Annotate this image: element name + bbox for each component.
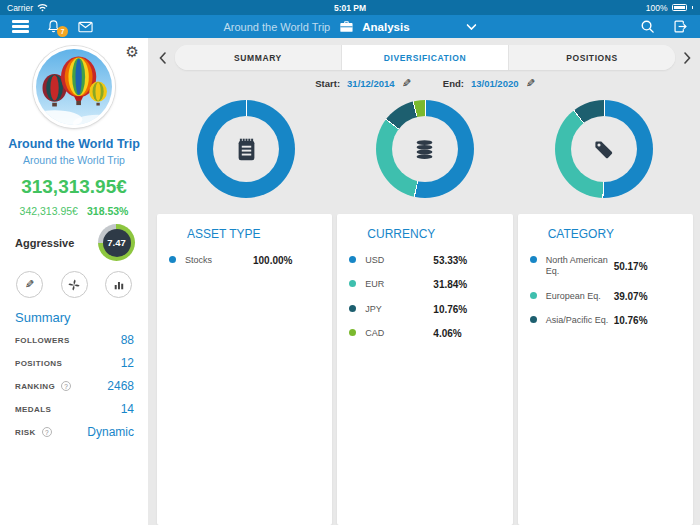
legend-bullet-icon [349,280,356,287]
card-asset-type: ASSET TYPEStocks100.00% [157,214,332,525]
portfolio-total-value: 313,313.95€ [0,176,148,198]
donut-currency [376,100,474,198]
legend-label: USD [365,255,429,266]
nav-bar: 7 Around the World Trip Analysis [0,15,700,38]
score-gauge: 7.47 [98,224,135,261]
analysis-main: SUMMARYDIVERSIFICATIONPOSITIONS Start: 3… [148,38,700,525]
portfolio-avatar[interactable] [33,46,115,128]
menu-icon[interactable] [12,20,29,33]
donut-charts-row [157,100,693,198]
legend-label: EUR [365,279,429,290]
chevron-down-icon[interactable] [467,24,477,30]
bar-chart-icon [113,279,125,291]
battery-icon [672,4,687,11]
score-value: 7.47 [103,229,131,257]
end-date-value[interactable]: 13/01/2020 [471,78,519,89]
legend-value: 50.17% [614,261,648,272]
stat-value: Dynamic [87,425,134,439]
stat-label: RANKING [15,382,55,391]
stat-value: 12 [121,356,134,370]
help-icon[interactable]: ? [42,427,52,437]
legend-bullet-icon [349,256,356,263]
battery-percent: 100% [646,3,668,13]
search-icon[interactable] [640,19,655,34]
stat-value: 2468 [107,379,134,393]
tabs-prev-icon[interactable] [157,52,168,64]
export-icon[interactable] [673,19,688,34]
wifi-icon [37,3,48,12]
card-category: CATEGORYNorth American Eq.50.17%European… [518,214,693,525]
legend-label: Asia/Pacific Eq. [546,315,610,326]
donut-category [555,100,653,198]
legend-bullet-icon [530,256,537,263]
edit-end-date-icon[interactable]: ✎ [526,78,535,89]
messages-icon[interactable] [78,21,93,33]
notification-badge: 7 [57,26,68,37]
legend-value: 4.06% [433,328,461,339]
stat-label: RISK [15,428,36,437]
legend-cards-row: ASSET TYPEStocks100.00%CURRENCYUSD53.33%… [157,214,693,525]
tab-summary[interactable]: SUMMARY [175,45,341,70]
portfolio-sidebar: ⚙ Around the World Trip Around the World… [0,38,148,525]
card-title: CATEGORY [548,227,681,241]
chart-button[interactable] [105,271,132,298]
gear-icon[interactable]: ⚙ [126,44,139,59]
clock: 5:01 PM [334,3,366,13]
card-currency: CURRENCYUSD53.33%EUR31.84%JPY10.76%CAD4.… [337,214,512,525]
stat-label: POSITIONS [15,359,62,368]
portfolio-secondary-value: 342,313.95€ [20,205,78,217]
legend-value: 10.76% [433,304,467,315]
portfolio-subtitle: Around the World Trip [0,154,148,166]
legend-row-european-eq: European Eq.39.07% [530,291,681,302]
legend-bullet-icon [169,256,176,263]
database-icon [392,116,458,182]
legend-value: 53.33% [433,255,467,266]
legend-bullet-icon [349,329,356,336]
notifications-button[interactable]: 7 [46,19,61,34]
legend-label: JPY [365,304,429,315]
legend-row-eur: EUR31.84% [349,279,500,290]
tab-segments: SUMMARYDIVERSIFICATIONPOSITIONS [175,45,675,70]
legend-value: 31.84% [433,279,467,290]
pdf-report-button[interactable] [61,271,88,298]
notes-icon [213,116,279,182]
legend-row-asia-pacific-eq: Asia/Pacific Eq.10.76% [530,315,681,326]
legend-row-stocks: Stocks100.00% [169,255,320,266]
tab-positions[interactable]: POSITIONS [508,45,675,70]
hot-air-balloons-image [36,49,112,125]
edit-start-date-icon[interactable]: ✎ [402,78,411,89]
stat-row-followers: FOLLOWERS88 [0,333,148,347]
stat-label: MEDALS [15,405,51,414]
tag-icon [571,116,637,182]
portfolio-performance: 318.53% [87,205,128,217]
stat-value: 88 [121,333,134,347]
card-title: CURRENCY [367,227,500,241]
tabs-next-icon[interactable] [682,52,693,64]
help-icon[interactable]: ? [61,381,71,391]
legend-bullet-icon [530,316,537,323]
briefcase-icon [339,20,353,33]
pdf-icon [67,278,81,292]
stat-value: 14 [121,402,134,416]
start-date-label: Start: [315,78,340,89]
legend-bullet-icon [530,292,537,299]
legend-label: CAD [365,328,429,339]
donut-asset-type [197,100,295,198]
legend-value: 10.76% [614,315,648,326]
view-selector[interactable]: Analysis [362,21,409,33]
status-bar: Carrier 5:01 PM 100% [0,0,700,15]
legend-label: North American Eq. [546,255,610,278]
card-title: ASSET TYPE [187,227,320,241]
start-date-value[interactable]: 31/12/2014 [347,78,395,89]
legend-label: Stocks [185,255,249,266]
tab-diversification[interactable]: DIVERSIFICATION [341,45,508,70]
stat-row-positions: POSITIONS12 [0,356,148,370]
legend-row-jpy: JPY10.76% [349,304,500,315]
carrier-label: Carrier [7,3,33,13]
end-date-label: End: [443,78,464,89]
legend-label: European Eq. [546,291,610,302]
stat-row-medals: MEDALS14 [0,402,148,416]
summary-title: Summary [0,310,148,325]
stat-label: FOLLOWERS [15,336,70,345]
edit-button[interactable]: ✎ [16,271,43,298]
